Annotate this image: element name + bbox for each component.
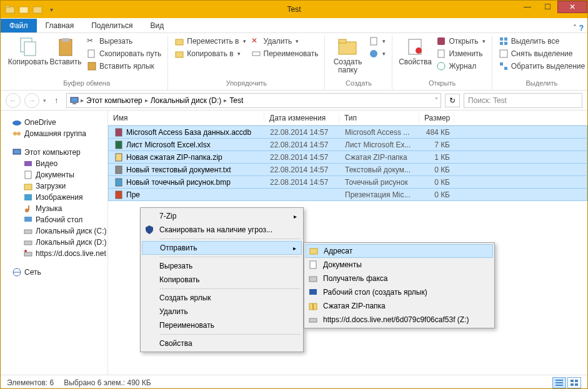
svg-point-31: [12, 121, 21, 126]
help-icon[interactable]: ?: [579, 24, 584, 32]
file-row[interactable]: Лист Microsoft Excel.xlsx22.08.2014 14:5…: [108, 138, 587, 151]
sidebar-item-desktop[interactable]: Рабочий стол: [3, 214, 105, 225]
window-title: Test: [287, 5, 301, 14]
invert-selection-button[interactable]: Обратить выделение: [497, 61, 587, 72]
sidebar-item-disk-c[interactable]: Локальный диск (C:): [3, 225, 105, 237]
svg-point-33: [17, 132, 21, 135]
move-to-button[interactable]: Переместить в▾: [173, 36, 247, 47]
qat-dropdown-icon[interactable]: ▾: [46, 4, 57, 15]
sidebar-item-network[interactable]: Сеть: [3, 267, 105, 278]
cm-delete[interactable]: Удалить: [142, 305, 302, 318]
sidebar-item-pictures[interactable]: Изображения: [3, 192, 105, 203]
file-row[interactable]: ПреПрезентация Mic...0 КБ: [108, 188, 587, 201]
view-icons-button[interactable]: [567, 377, 581, 388]
history-icon: [436, 61, 446, 71]
open-folder-icon[interactable]: [32, 4, 43, 15]
breadcrumb[interactable]: ▸ Этот компьютер ▸ Локальный диск (D:) ▸…: [66, 93, 441, 108]
nav-up-button[interactable]: ↑: [50, 94, 62, 107]
sidebar-item-this-pc[interactable]: Этот компьютер: [3, 147, 105, 158]
delete-button[interactable]: ✕Удалить▾: [250, 36, 320, 47]
sm-docslive[interactable]: https://d.docs.live.net/6d079c9f06caf53f…: [306, 313, 493, 327]
ribbon-collapse-icon[interactable]: ˄: [573, 24, 577, 32]
cm-rename[interactable]: Переименовать: [142, 318, 302, 332]
sm-recipient[interactable]: Адресат: [306, 244, 493, 258]
cut-button[interactable]: ✂Вырезать: [86, 36, 162, 47]
maximize-button[interactable]: ☐: [537, 1, 557, 13]
cm-shortcut[interactable]: Создать ярлык: [142, 291, 302, 305]
svg-rect-54: [310, 249, 317, 254]
svg-point-18: [416, 47, 422, 54]
tab-share[interactable]: Поделиться: [82, 19, 141, 32]
svg-rect-28: [504, 67, 507, 70]
sidebar-item-downloads[interactable]: Загрузки: [3, 180, 105, 192]
select-all-button[interactable]: Выделить все: [497, 36, 587, 47]
sm-documents[interactable]: Документы: [306, 258, 493, 272]
file-row[interactable]: Новый текстовый документ.txt22.08.2014 1…: [108, 163, 587, 176]
paste-shortcut-button[interactable]: Вставить ярлык: [86, 61, 162, 72]
nav-history-dropdown[interactable]: ▾: [43, 97, 46, 104]
select-none-button[interactable]: Снять выделение: [497, 48, 587, 59]
rename-button[interactable]: Переименовать: [250, 48, 320, 59]
ribbon-group-clipboard: Копировать Вставить ✂Вырезать Скопироват…: [6, 36, 168, 90]
cm-properties[interactable]: Свойства: [142, 337, 302, 350]
file-row[interactable]: Microsoft Access База данных.accdb22.08.…: [108, 126, 587, 139]
cm-copy[interactable]: Копировать: [142, 273, 302, 287]
sm-desktop[interactable]: Рабочий стол (создать ярлык): [306, 285, 493, 299]
sm-fax[interactable]: Получатель факса: [306, 272, 493, 285]
new-folder-button[interactable]: Создать папку: [330, 36, 365, 76]
cm-send-to[interactable]: Отправить▸: [142, 241, 302, 255]
sm-zip[interactable]: Сжатая ZIP-папка: [306, 299, 493, 313]
sidebar-item-onedrive[interactable]: OneDrive: [3, 117, 105, 128]
tab-view[interactable]: Вид: [141, 19, 172, 32]
downloads-icon: [23, 181, 33, 191]
column-header-size[interactable]: Размер: [419, 114, 454, 122]
copy-to-button[interactable]: Копировать в▾: [173, 48, 247, 59]
view-details-button[interactable]: [552, 377, 566, 388]
breadcrumb-item[interactable]: Этот компьютер: [85, 96, 144, 105]
history-button[interactable]: Журнал: [435, 61, 486, 72]
cm-scan[interactable]: Сканировать на наличие угроз...: [142, 223, 302, 237]
svg-point-16: [370, 50, 377, 57]
svg-rect-42: [24, 230, 32, 234]
nav-back-button[interactable]: ←: [6, 93, 21, 108]
copy-button[interactable]: Копировать: [11, 36, 46, 67]
easy-access-button[interactable]: ▾: [367, 48, 387, 59]
nav-forward-button[interactable]: →: [24, 93, 39, 108]
sidebar-item-videos[interactable]: Видео: [3, 158, 105, 169]
tab-home[interactable]: Главная: [37, 19, 83, 32]
sidebar-item-disk-d[interactable]: Локальный диск (D:): [3, 237, 105, 248]
paste-button[interactable]: Вставить: [48, 36, 83, 67]
close-button[interactable]: ✕: [557, 1, 587, 13]
refresh-button[interactable]: ↻: [445, 94, 460, 107]
titlebar: ▾ Test — ☐ ✕: [1, 1, 587, 18]
copy-path-button[interactable]: Скопировать путь: [86, 48, 162, 59]
sidebar-item-docslive[interactable]: https://d.docs.live.net: [3, 248, 105, 259]
breadcrumb-item[interactable]: Локальный диск (D:): [149, 96, 223, 105]
column-header-type[interactable]: Тип: [339, 114, 419, 122]
breadcrumb-item[interactable]: Test: [228, 96, 244, 105]
cm-cut[interactable]: Вырезать: [142, 259, 302, 273]
sidebar-item-homegroup[interactable]: Домашняя группа: [3, 128, 105, 139]
file-row[interactable]: Новый точечный рисунок.bmp22.08.2014 14:…: [108, 175, 587, 189]
breadcrumb-dropdown[interactable]: ˅: [435, 97, 438, 104]
properties-button[interactable]: Свойства: [397, 36, 432, 67]
new-folder-icon[interactable]: [18, 4, 29, 15]
file-type: Сжатая ZIP-папка: [340, 153, 420, 162]
svg-rect-61: [556, 380, 563, 381]
easy-access-icon: [369, 49, 379, 59]
sidebar-item-documents[interactable]: Документы: [3, 169, 105, 180]
minimize-button[interactable]: —: [517, 1, 537, 13]
column-header-name[interactable]: Имя: [108, 114, 264, 122]
cm-7zip[interactable]: 7-Zip▸: [142, 209, 302, 223]
svg-rect-8: [88, 50, 94, 57]
file-row[interactable]: Новая сжатая ZIP-папка.zip22.08.2014 14:…: [108, 150, 587, 164]
tab-file[interactable]: Файл: [1, 19, 37, 32]
sidebar-item-music[interactable]: Музыка: [3, 203, 105, 214]
open-button[interactable]: Открыть▾: [435, 36, 486, 47]
edit-button[interactable]: Изменить: [435, 48, 486, 59]
file-date: 22.08.2014 14:57: [265, 165, 340, 174]
new-item-button[interactable]: ▾: [367, 36, 387, 47]
svg-rect-67: [575, 383, 578, 386]
column-header-date[interactable]: Дата изменения: [264, 114, 339, 122]
search-input[interactable]: Поиск: Test: [464, 93, 582, 108]
